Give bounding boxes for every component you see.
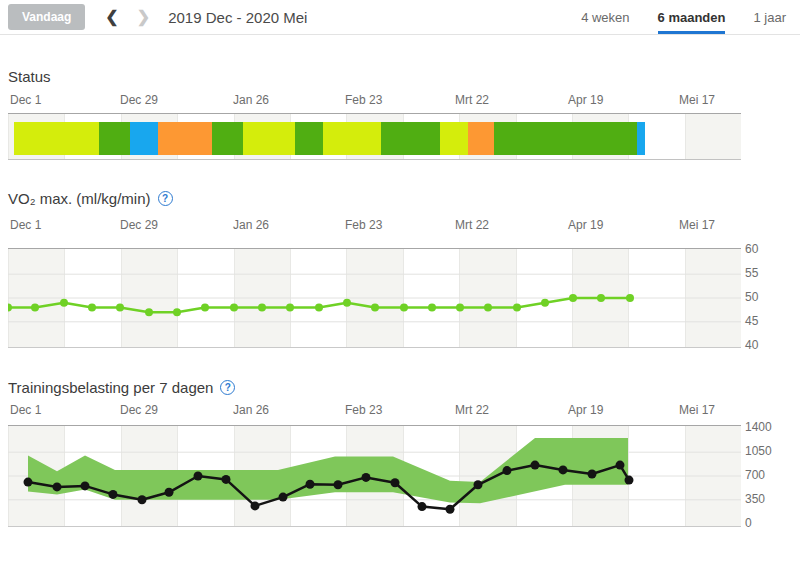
y-tick-label: 50 [745,290,758,304]
load-data-point [24,478,33,487]
status-x-axis: Dec 1Dec 29Jan 26Feb 23Mrt 22Apr 19Mei 1… [8,93,741,107]
load-data-point [306,480,315,489]
load-data-point [138,495,147,504]
load-data-point [531,461,540,470]
status-segment-blue [637,122,645,155]
vo2-data-point [428,304,436,312]
load-data-point [222,475,231,484]
y-tick-label: 60 [745,242,758,256]
x-tick-label: Mei 17 [679,93,715,107]
header: Vandaag ❮ ❯ 2019 Dec - 2020 Mei 4 weken6… [0,0,800,35]
vo2-data-point [484,304,492,312]
help-icon[interactable]: ? [158,191,173,206]
vo2-data-point [230,304,238,312]
y-tick-label: 0 [745,516,752,530]
x-tick-label: Dec 29 [120,218,158,232]
y-tick-label: 700 [745,468,765,482]
load-data-point [279,493,288,502]
status-title-text: Status [8,68,51,85]
vo2-section-title: VO₂ max. (ml/kg/min) ? [8,190,173,207]
vo2-max-chart [8,248,741,348]
x-tick-label: Apr 19 [568,403,603,417]
date-range-title: 2019 Dec - 2020 Mei [168,9,307,26]
vo2-data-point [315,304,323,312]
vo2-y-axis-labels: 6055504540 [745,248,795,348]
vo2-data-point [60,299,68,307]
vo2-data-point [456,304,464,312]
tab-4-weken[interactable]: 4 weken [581,0,629,34]
status-segment-green [381,122,440,155]
load-data-point [503,466,512,475]
help-icon[interactable]: ? [220,380,235,395]
x-tick-label: Feb 23 [345,403,382,417]
status-segment-green [494,122,637,155]
vo2-data-point [513,304,521,312]
load-data-point [53,482,62,491]
x-tick-label: Feb 23 [345,93,382,107]
status-segment-green [99,122,130,155]
y-tick-label: 40 [745,338,758,352]
y-tick-label: 45 [745,314,758,328]
today-button[interactable]: Vandaag [8,4,85,30]
optimal-load-band [28,438,628,503]
vo2-plot [8,248,741,348]
load-plot [8,425,741,527]
y-tick-label: 1400 [745,420,772,434]
load-data-point [446,505,455,514]
load-data-point [625,476,634,485]
x-tick-label: Jan 26 [233,218,269,232]
x-tick-label: Apr 19 [568,218,603,232]
status-segment-orange [158,122,212,155]
vo2-data-point [343,299,351,307]
vo2-data-point [400,304,408,312]
x-tick-label: Dec 1 [10,93,41,107]
y-tick-label: 350 [745,492,765,506]
load-data-point [109,490,118,499]
tab-1-jaar[interactable]: 1 jaar [753,0,786,34]
chevron-right-icon[interactable]: ❯ [137,9,150,25]
vo2-x-axis: Dec 1Dec 29Jan 26Feb 23Mrt 22Apr 19Mei 1… [8,218,741,232]
load-data-point [559,465,568,474]
vo2-data-point [541,299,549,307]
vo2-data-point [371,304,379,312]
status-segment-blue [130,122,158,155]
vo2-data-point [201,304,209,312]
vo2-title-text: VO₂ max. (ml/kg/min) [8,190,151,207]
y-tick-label: 1050 [745,444,772,458]
x-tick-label: Mrt 22 [455,403,489,417]
x-tick-label: Dec 1 [10,403,41,417]
load-data-point [251,501,260,510]
load-data-point [194,472,203,481]
load-data-point [334,480,343,489]
load-data-point [588,470,597,479]
load-data-point [165,488,174,497]
period-tabs: 4 weken6 maanden1 jaar [553,0,786,34]
status-segment-green [295,122,323,155]
load-data-point [474,480,483,489]
vo2-data-point [286,304,294,312]
status-segment-lime [323,122,381,155]
load-data-point [418,502,427,511]
load-data-point [81,481,90,490]
x-tick-label: Mei 17 [679,218,715,232]
chevron-left-icon[interactable]: ❮ [105,9,118,25]
load-data-point [391,478,400,487]
load-section-title: Trainingsbelasting per 7 dagen ? [8,379,235,396]
vo2-data-point [597,294,605,302]
load-data-point [616,461,625,470]
vo2-data-point [31,304,39,312]
x-tick-label: Apr 19 [568,93,603,107]
y-tick-label: 55 [745,266,758,280]
x-tick-label: Jan 26 [233,93,269,107]
vo2-data-point [116,304,124,312]
load-data-point [362,473,371,482]
x-tick-label: Dec 29 [120,93,158,107]
x-tick-label: Jan 26 [233,403,269,417]
tab-6-maanden[interactable]: 6 maanden [658,0,726,34]
x-tick-label: Dec 29 [120,403,158,417]
status-timeline-chart [8,113,741,160]
status-segment-lime [14,122,99,155]
vo2-data-point [8,304,12,312]
status-segment-lime [243,122,295,155]
status-segment-lime [440,122,468,155]
